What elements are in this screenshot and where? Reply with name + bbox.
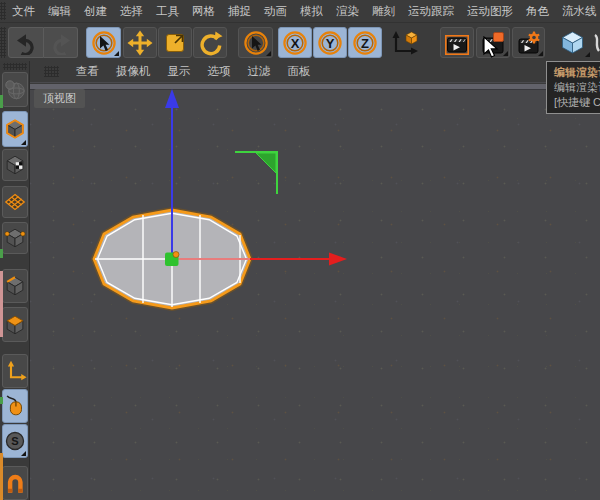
menu-mograph[interactable]: 运动图形 [467, 4, 513, 19]
polygons-mode-icon [3, 312, 27, 338]
edit-render-settings-button[interactable] [512, 27, 545, 58]
menu-render[interactable]: 渲染 [336, 4, 359, 19]
parameter-handle[interactable] [173, 252, 179, 258]
submenu-indicator [585, 52, 590, 57]
scale-icon [163, 31, 187, 55]
points-mode-icon [3, 225, 27, 251]
model-mode-button[interactable] [2, 111, 28, 147]
move-icon [127, 30, 153, 56]
tweak-mode-icon [3, 393, 27, 419]
enable-axis-icon [3, 358, 27, 384]
live-selection-button[interactable] [86, 27, 121, 58]
points-mode-button[interactable] [2, 222, 28, 254]
workplane-mode-icon [3, 189, 27, 215]
edges-mode-icon [3, 273, 27, 299]
menu-pipeline[interactable]: 流水线 [562, 4, 597, 19]
coordinate-system-button[interactable] [384, 27, 422, 58]
viewport-menu-cameras[interactable]: 摄像机 [116, 64, 151, 79]
menu-sculpt[interactable]: 雕刻 [372, 4, 395, 19]
viewport-solo-button[interactable]: S [2, 424, 28, 458]
viewport-view-label[interactable]: 顶视图 [34, 89, 85, 108]
menu-edit[interactable]: 编辑 [48, 4, 71, 19]
selection-icon [243, 30, 269, 56]
menu-motion-tracker[interactable]: 运动跟踪 [408, 4, 454, 19]
make-editable-icon [3, 77, 27, 103]
menu-animate[interactable]: 动画 [264, 4, 287, 19]
render-view-button[interactable] [440, 27, 474, 58]
redo-icon [49, 31, 73, 55]
clipped-palette-sliver [0, 397, 3, 404]
polygons-mode-button[interactable] [2, 307, 28, 342]
move-tool-button[interactable] [123, 27, 157, 58]
viewport-menu-filter[interactable]: 过滤 [248, 64, 271, 79]
clipped-palette-sliver [0, 271, 3, 337]
edges-mode-button[interactable] [2, 269, 28, 303]
viewport-menu-bar: 查看 摄像机 显示 选项 过滤 面板 [30, 61, 600, 83]
live-selection-icon [91, 30, 117, 56]
menu-character[interactable]: 角色 [526, 4, 549, 19]
enable-axis-button[interactable] [2, 354, 28, 388]
mouse-cursor-icon [482, 36, 500, 60]
texture-mode-button[interactable] [2, 149, 28, 181]
submenu-indicator [503, 51, 508, 56]
clipped-toolbar-icon[interactable] [592, 27, 600, 58]
sidebar-grip[interactable] [3, 63, 27, 70]
cube-primitive-icon [559, 29, 586, 56]
svg-text:X: X [291, 35, 300, 50]
selection-tool-button[interactable] [238, 27, 273, 58]
viewport-menu-view[interactable]: 查看 [76, 64, 99, 79]
left-tool-palette: S [0, 61, 30, 500]
redo-button[interactable] [44, 27, 78, 58]
main-toolbar: X Y Z [0, 24, 600, 62]
submenu-indicator [538, 51, 543, 56]
texture-mode-icon [3, 152, 27, 178]
submenu-indicator [21, 451, 26, 456]
cube-primitive-button[interactable] [554, 27, 591, 58]
enable-snap-icon [3, 469, 27, 497]
x-axis-lock-button[interactable]: X [278, 27, 312, 58]
render-view-icon [445, 31, 469, 55]
x-axis-icon: X [282, 30, 308, 56]
make-editable-button[interactable] [2, 72, 28, 107]
scale-tool-button[interactable] [158, 27, 192, 58]
workplane-mode-button[interactable] [2, 186, 28, 218]
viewport-menu-options[interactable]: 选项 [208, 64, 231, 79]
viewport-menu-grip[interactable] [44, 66, 59, 77]
clipped-icon [592, 30, 600, 56]
clipped-palette-sliver [0, 453, 3, 500]
tooltip: 编辑渲染设 编辑渲染设 [快捷键 Ct [546, 61, 600, 114]
svg-text:S: S [11, 435, 18, 447]
y-axis-icon: Y [317, 30, 343, 56]
menu-create[interactable]: 创建 [84, 4, 107, 19]
undo-button[interactable] [8, 27, 44, 58]
main-menu-bar: 文件 编辑 创建 选择 工具 网格 捕捉 动画 模拟 渲染 雕刻 运动跟踪 运动… [0, 0, 600, 23]
menu-snap[interactable]: 捕捉 [228, 4, 251, 19]
tooltip-shortcut: [快捷键 Ct [554, 95, 600, 110]
tooltip-description: 编辑渲染设 [554, 80, 600, 95]
z-axis-icon: Z [352, 30, 378, 56]
menu-simulate[interactable]: 模拟 [300, 4, 323, 19]
rotate-tool-button[interactable] [193, 27, 227, 58]
submenu-indicator [114, 51, 119, 56]
clipped-palette-sliver [0, 249, 3, 258]
svg-text:Y: Y [326, 35, 335, 50]
menu-mesh[interactable]: 网格 [192, 4, 215, 19]
enable-snap-button[interactable] [2, 466, 28, 500]
menu-file[interactable]: 文件 [12, 4, 35, 19]
menu-select[interactable]: 选择 [120, 4, 143, 19]
viewport-scene [30, 84, 600, 500]
y-axis-lock-button[interactable]: Y [313, 27, 347, 58]
cinema4d-window: 文件 编辑 创建 选择 工具 网格 捕捉 动画 模拟 渲染 雕刻 运动跟踪 运动… [0, 0, 600, 500]
viewport[interactable]: 顶视图 [30, 84, 600, 500]
submenu-indicator [21, 140, 26, 145]
toolbar-grip[interactable] [0, 27, 6, 58]
coordinate-system-icon [388, 30, 419, 56]
viewport-menu-panel[interactable]: 面板 [288, 64, 311, 79]
clipped-palette-sliver [0, 95, 3, 108]
edit-render-settings-icon [517, 31, 541, 55]
menu-tools[interactable]: 工具 [156, 4, 179, 19]
z-axis-lock-button[interactable]: Z [348, 27, 382, 58]
tweak-mode-button[interactable] [2, 389, 28, 423]
viewport-menu-display[interactable]: 显示 [168, 64, 191, 79]
menu-grip[interactable] [0, 2, 6, 20]
